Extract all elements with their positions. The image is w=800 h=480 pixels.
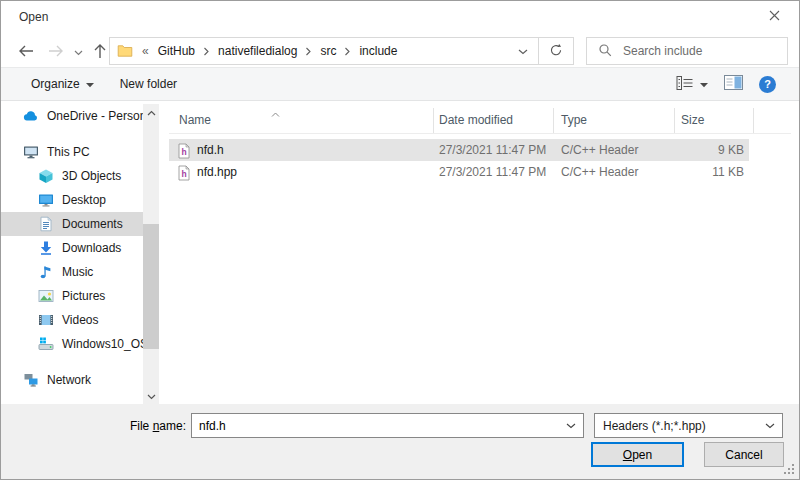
breadcrumb-overflow[interactable]: « [142,44,149,58]
refresh-button[interactable] [539,38,573,64]
file-name-label: File name: [96,419,186,433]
dialog-title: Open [19,10,48,24]
sidebar-item-desktop[interactable]: Desktop [1,188,143,212]
breadcrumb-item[interactable]: include [354,44,402,58]
close-button[interactable] [753,4,795,30]
file-list: hnfd.h27/3/2021 11:47 PMC/C++ Header9 KB… [169,139,791,183]
sidebar-item-label: Documents [62,217,123,231]
sidebar-item-label: Videos [62,313,98,327]
sidebar-item-label: Downloads [62,241,121,255]
search-input[interactable] [621,43,787,59]
new-folder-label: New folder [120,77,177,91]
file-date-modified: 27/3/2021 11:47 PM [439,165,546,179]
pictures-icon [38,288,54,304]
column-headers: Name Date modified Type Size [169,105,791,134]
file-row[interactable]: hnfd.h27/3/2021 11:47 PMC/C++ Header9 KB [169,139,749,161]
file-name: nfd.hpp [197,165,237,179]
column-resize-handle[interactable] [674,108,675,133]
sidebar-item-3d-objects[interactable]: 3D Objects [1,164,143,188]
column-resize-handle[interactable] [553,108,554,133]
preview-pane-button[interactable] [724,75,743,93]
address-bar[interactable]: « GitHubnativefiledialogsrcinclude [109,37,574,65]
file-size: 9 KB [644,143,744,157]
sidebar-item-downloads[interactable]: Downloads [1,236,143,260]
onedrive-cloud-icon [23,108,39,124]
back-button[interactable] [13,42,39,62]
file-name-input[interactable] [192,418,559,434]
refresh-icon [549,43,563,60]
recent-locations-button[interactable] [69,42,87,62]
sidebar-item-label: Network [47,373,91,387]
address-bar-tail [508,38,573,64]
breadcrumb-separator-icon[interactable] [341,47,354,56]
sidebar-item-onedrive-person[interactable]: OneDrive - Person [1,104,143,128]
new-folder-button[interactable]: New folder [120,77,177,91]
downloads-icon [38,240,54,256]
organize-button[interactable]: Organize [31,77,94,91]
scroll-down-button[interactable] [143,388,159,404]
open-file-dialog: Open « GitHubnativefiledialogsrcinclude [0,0,800,480]
sidebar-item-this-pc[interactable]: This PC [1,140,143,164]
search-icon [598,43,612,60]
desktop-icon [38,192,54,208]
sidebar-item-documents[interactable]: Documents [1,212,143,236]
open-button[interactable]: Open [591,442,684,467]
file-name-combobox[interactable] [191,413,584,438]
sidebar-scrollbar[interactable] [143,104,159,404]
documents-icon [38,216,54,232]
breadcrumb-separator-icon[interactable] [302,47,315,56]
forward-button[interactable] [43,42,69,62]
scrollbar-thumb[interactable] [143,224,159,349]
file-row[interactable]: hnfd.hpp27/3/2021 11:47 PMC/C++ Header11… [169,161,791,183]
sidebar-item-videos[interactable]: Videos [1,308,143,332]
column-header-size[interactable]: Size [681,113,704,127]
sidebar-item-label: Pictures [62,289,105,303]
file-type: C/C++ Header [561,143,638,157]
cancel-button[interactable]: Cancel [704,442,784,467]
3d-objects-icon [38,168,54,184]
sidebar-item-network[interactable]: Network [1,368,143,392]
column-resize-handle[interactable] [753,108,754,133]
file-date-modified: 27/3/2021 11:47 PM [439,143,546,157]
file-type-combobox[interactable]: Headers (*.h;*.hpp) [594,413,783,438]
breadcrumb-item[interactable]: GitHub [153,44,200,58]
music-icon [38,264,54,280]
forward-icon [47,44,65,61]
sidebar-item-pictures[interactable]: Pictures [1,284,143,308]
close-icon [769,10,780,24]
chevron-down-icon [86,77,94,91]
address-dropdown-button[interactable] [508,38,538,64]
help-icon: ? [764,78,771,90]
chevron-down-icon [700,77,708,91]
breadcrumb-item[interactable]: src [315,44,341,58]
change-view-button[interactable] [676,76,708,93]
breadcrumb-separator-icon[interactable] [200,47,213,56]
chevron-down-icon[interactable] [559,414,583,437]
file-name: nfd.h [197,143,224,157]
search-box[interactable] [586,37,788,65]
column-header-name[interactable]: Name [179,113,211,127]
sidebar-item-label: 3D Objects [62,169,121,183]
file-type: C/C++ Header [561,165,638,179]
resize-grip[interactable] [784,464,795,475]
chevron-down-icon[interactable] [758,414,782,437]
help-button[interactable]: ? [759,76,776,93]
sidebar-item-windows10-os[interactable]: Windows10_OS ( [1,332,143,356]
organize-label: Organize [31,77,80,91]
header-file-icon: h [177,143,191,159]
column-header-type[interactable]: Type [561,113,587,127]
column-header-date-modified[interactable]: Date modified [439,113,513,127]
sidebar-item-label: OneDrive - Person [47,109,143,123]
sidebar-item-label: Desktop [62,193,106,207]
toolbar-right-group: ? [676,75,776,93]
breadcrumbs: GitHubnativefiledialogsrcinclude [153,44,403,58]
breadcrumb-item[interactable]: nativefiledialog [213,44,302,58]
chevron-down-icon [147,389,156,403]
videos-icon [38,312,54,328]
command-toolbar: Organize New folder ? [1,67,800,101]
sidebar-item-music[interactable]: Music [1,260,143,284]
chevron-down-icon [74,45,83,59]
column-resize-handle[interactable] [433,108,434,133]
scroll-up-button[interactable] [143,104,159,120]
file-type-value: Headers (*.h;*.hpp) [595,419,706,433]
